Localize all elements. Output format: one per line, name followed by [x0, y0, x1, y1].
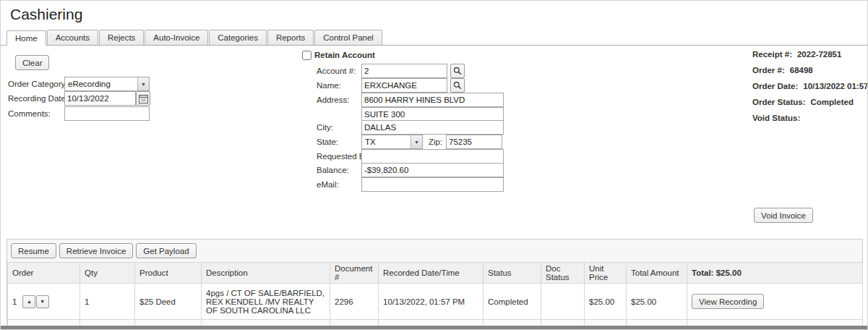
tab-reports[interactable]: Reports	[267, 30, 314, 45]
clear-button[interactable]: Clear	[15, 55, 49, 70]
order-category-label: Order Category:	[8, 80, 67, 88]
col-document-number: Document #	[330, 263, 379, 284]
name-label: Name:	[317, 81, 341, 90]
void-invoice-button[interactable]: Void Invoice	[754, 208, 813, 223]
resume-button[interactable]: Resume	[11, 243, 56, 258]
get-payload-button[interactable]: Get Payload	[136, 243, 196, 258]
city-label: City:	[317, 123, 333, 132]
state-value: TX	[365, 138, 376, 146]
retrieve-invoice-button[interactable]: Retrieve Invoice	[59, 243, 133, 258]
table-row: 1 ▲ ▼ 1 $25 Deed 4pgs / CT OF SALE/BARFI…	[8, 284, 863, 320]
void-status: Void Status:	[752, 114, 805, 122]
order-date: Order Date:10/13/2022 01:57 PM	[752, 82, 868, 90]
col-total-amount: Total Amount	[627, 263, 687, 284]
comments-label: Comments:	[8, 109, 51, 118]
account-search-button[interactable]	[450, 64, 465, 78]
email-label: eMail:	[317, 180, 339, 189]
order-number-value: 68498	[790, 66, 813, 75]
order-value: 1	[12, 297, 17, 306]
col-description: Description	[202, 263, 330, 284]
order-status-label: Order Status:	[752, 98, 806, 106]
col-product: Product	[135, 263, 202, 284]
zip-label: Zip:	[429, 138, 442, 146]
cashiering-window: Cashiering Home Accounts Rejects Auto-In…	[0, 0, 868, 330]
zip-input[interactable]	[446, 135, 502, 149]
retain-account-label: Retain Account	[314, 51, 375, 59]
requested-by-input[interactable]	[361, 149, 504, 164]
calendar-icon	[139, 94, 148, 103]
cell-doc-status	[541, 284, 585, 320]
col-recorded-datetime: Recorded Date/Time	[379, 263, 484, 284]
tab-home[interactable]: Home	[7, 30, 46, 46]
move-up-button[interactable]: ▲	[22, 295, 35, 308]
tab-rejects[interactable]: Rejects	[99, 30, 144, 45]
window-bottom-edge	[1, 326, 867, 329]
move-down-button[interactable]: ▼	[36, 295, 49, 308]
state-select[interactable]: TX ▼	[361, 135, 423, 149]
void-status-label: Void Status:	[752, 114, 800, 122]
col-doc-status: Doc Status	[541, 263, 585, 284]
order-category-value: eRecording	[68, 80, 111, 88]
receipt-number: Receipt #:2022-72851	[752, 50, 841, 59]
address-input[interactable]	[361, 93, 504, 107]
email-input[interactable]	[361, 177, 504, 192]
address-label: Address:	[317, 96, 349, 104]
receipt-number-value: 2022-72851	[797, 50, 841, 59]
page-title: Cashiering	[10, 6, 82, 23]
address2-input[interactable]	[361, 107, 504, 122]
order-date-value: 10/13/2022 01:57 PM	[803, 82, 868, 90]
calendar-button[interactable]	[136, 91, 150, 106]
receipt-number-label: Receipt #:	[752, 50, 792, 59]
order-lines-table: Order Qty Product Description Document #…	[7, 262, 863, 330]
cell-actions: View Recording	[687, 284, 863, 320]
order-lines-panel: Resume Retrieve Invoice Get Payload Orde…	[7, 239, 863, 325]
cell-product: $25 Deed	[135, 284, 202, 320]
cell-document-number: 2296	[330, 284, 379, 320]
col-unit-price: Unit Price	[585, 263, 627, 284]
cell-status: Completed	[484, 284, 541, 320]
cell-recorded-datetime: 10/13/2022, 01:57 PM	[379, 284, 484, 320]
search-icon	[453, 81, 462, 90]
col-order: Order	[8, 263, 80, 284]
cell-qty: 1	[80, 284, 135, 320]
col-qty: Qty	[80, 263, 135, 284]
account-number-input[interactable]	[361, 64, 447, 78]
order-status-value: Completed	[811, 98, 854, 106]
order-number-label: Order #:	[752, 66, 785, 75]
balance-input[interactable]	[361, 163, 504, 177]
col-status: Status	[484, 263, 541, 284]
cell-total-amount: $25.00	[627, 284, 687, 320]
chevron-down-icon: ▼	[411, 135, 422, 148]
state-label: State:	[317, 138, 338, 146]
tab-control-panel[interactable]: Control Panel	[314, 30, 382, 45]
tab-auto-invoice[interactable]: Auto-Invoice	[145, 30, 208, 45]
order-category-select[interactable]: eRecording ▼	[64, 77, 150, 91]
tab-accounts[interactable]: Accounts	[47, 30, 98, 45]
cell-description: 4pgs / CT OF SALE/BARFIELD, REX KENDELL …	[202, 284, 330, 320]
comments-input[interactable]	[64, 106, 150, 121]
city-input[interactable]	[361, 120, 504, 135]
col-total: Total: $25.00	[687, 263, 863, 284]
name-search-button[interactable]	[450, 78, 465, 93]
order-date-label: Order Date:	[752, 82, 798, 90]
chevron-down-icon: ▼	[137, 77, 149, 90]
table-header-row: Order Qty Product Description Document #…	[8, 263, 863, 284]
tab-categories[interactable]: Categories	[209, 30, 267, 45]
cell-unit-price: $25.00	[585, 284, 627, 320]
recording-date-input[interactable]	[64, 91, 136, 106]
grid-toolbar: Resume Retrieve Invoice Get Payload	[11, 243, 197, 258]
name-input[interactable]	[361, 78, 447, 93]
order-number: Order #:68498	[752, 66, 813, 75]
cell-order: 1 ▲ ▼	[8, 284, 80, 320]
order-status: Order Status:Completed	[752, 98, 854, 106]
account-number-label: Account #:	[317, 67, 356, 75]
search-icon	[453, 67, 462, 75]
balance-label: Balance:	[317, 166, 349, 174]
arrow-down-icon: ▼	[40, 299, 45, 304]
recording-date-label: Recording Date:	[8, 94, 68, 103]
tab-bar: Home Accounts Rejects Auto-Invoice Categ…	[1, 30, 867, 46]
retain-account-checkbox[interactable]	[302, 51, 311, 60]
view-recording-button[interactable]: View Recording	[692, 294, 764, 309]
arrow-up-icon: ▲	[27, 299, 32, 304]
